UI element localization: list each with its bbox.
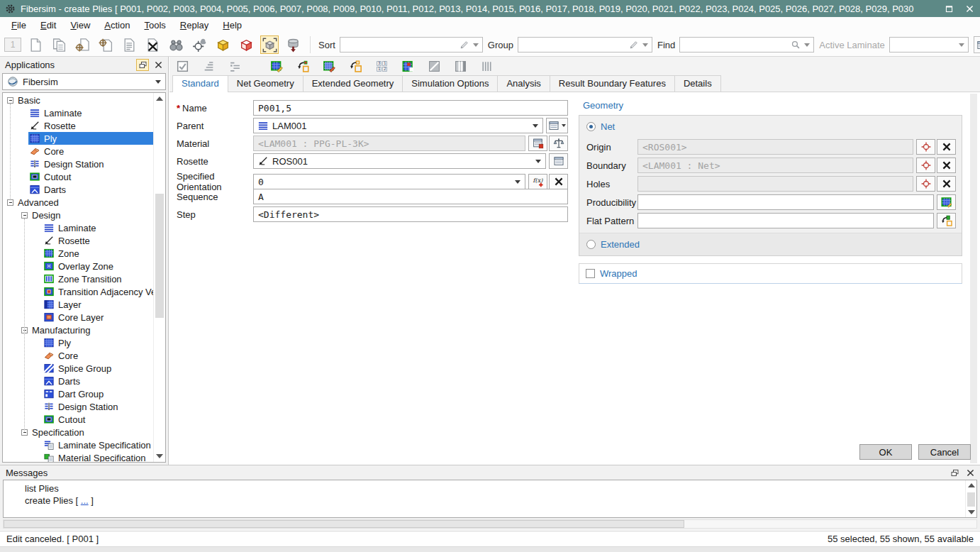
tab-simulation-options[interactable]: Simulation Options [402, 75, 498, 92]
menu-action[interactable]: Action [97, 17, 137, 33]
tab-result-boundary-features[interactable]: Result Boundary Features [550, 75, 675, 92]
menu-help[interactable]: Help [216, 17, 249, 33]
sidebar-item-material-specification[interactable]: Material Specification [3, 451, 153, 463]
sidebar-item-darts[interactable]: Darts [3, 375, 153, 387]
find-combo[interactable] [679, 37, 814, 53]
orient-add-button[interactable] [96, 35, 115, 54]
tree-expander-icon[interactable] [7, 97, 13, 104]
sidebar-item-overlay-zone[interactable]: Overlay Zone [3, 260, 153, 272]
active-laminate-combo[interactable] [889, 37, 969, 53]
maximize-button[interactable] [941, 1, 957, 16]
close-button[interactable] [962, 1, 977, 16]
flat-pattern-edit-button[interactable] [937, 213, 956, 228]
orient-to-part-button[interactable] [73, 35, 91, 54]
name-input[interactable]: P001,5 [253, 100, 568, 116]
tab-standard[interactable]: Standard [172, 75, 228, 92]
ok-button[interactable]: OK [859, 444, 912, 460]
sidebar-item-basic[interactable]: Basic [3, 94, 153, 106]
parent-select-list-button[interactable] [546, 118, 568, 133]
probe-point-button[interactable] [190, 35, 208, 54]
float-panel-button[interactable] [136, 59, 149, 71]
sidebar-item-zone-transition[interactable]: Zone Transition [3, 272, 153, 285]
rosette-combo[interactable]: ROS001 [253, 153, 546, 169]
tree-expander-icon[interactable] [21, 212, 28, 219]
sidebar-item-design[interactable]: Design [3, 209, 153, 221]
surface-diagonal-button[interactable] [427, 59, 441, 73]
edit-net-geometry-button[interactable] [322, 59, 336, 73]
sidebar-item-core[interactable]: Core [3, 145, 153, 158]
holes-pick-button[interactable] [916, 176, 935, 192]
sidebar-item-ply[interactable]: Ply [3, 132, 153, 145]
laminate-table-button[interactable] [974, 36, 980, 53]
sidebar-item-laminate[interactable]: Laminate [3, 106, 153, 119]
orientation-clear-button[interactable] [549, 174, 568, 189]
scroll-up-icon[interactable] [156, 96, 163, 101]
cancel-button[interactable]: Cancel [918, 444, 971, 460]
messages-hscrollbar[interactable] [3, 519, 977, 529]
scroll-thumb[interactable] [155, 194, 164, 318]
holes-clear-button[interactable] [937, 176, 956, 192]
sidebar-item-cutout[interactable]: Cutout [3, 413, 153, 426]
outline-button[interactable] [228, 59, 242, 73]
history-count-button[interactable]: 1 [4, 38, 21, 52]
menu-tools[interactable]: Tools [137, 17, 172, 33]
origin-pick-button[interactable] [916, 139, 935, 155]
export-geometry-button[interactable] [284, 35, 302, 54]
sidebar-item-darts[interactable]: Darts [3, 183, 153, 196]
sidebar-item-core[interactable]: Core [3, 349, 153, 362]
renumber-button[interactable] [374, 59, 389, 73]
close-panel-button[interactable] [152, 59, 165, 71]
sidebar-item-laminate-specification[interactable]: Laminate Specification [3, 438, 153, 451]
wrapped-checkbox[interactable] [586, 269, 595, 278]
sidebar-item-rosette[interactable]: Rosette [3, 234, 153, 247]
content-scrollbar-track[interactable] [970, 94, 977, 463]
orientation-formula-button[interactable] [528, 174, 547, 189]
parent-combo[interactable]: LAM001 [253, 118, 543, 133]
flat-pattern-input[interactable] [637, 213, 934, 228]
sort-order-button[interactable] [201, 59, 216, 73]
scroll-up-icon[interactable] [968, 483, 975, 487]
origin-clear-button[interactable] [937, 139, 956, 155]
scroll-down-icon[interactable] [968, 510, 975, 514]
float-panel-button[interactable] [948, 467, 961, 479]
tree-expander-icon[interactable] [7, 199, 13, 206]
sidebar-item-design-station[interactable]: Design Station [3, 158, 153, 170]
step-input[interactable]: <Different> [253, 206, 568, 222]
ply-flag-button[interactable] [401, 59, 415, 73]
boundary-pick-button[interactable] [916, 158, 935, 173]
extended-radio[interactable] [586, 240, 596, 249]
sidebar-item-ply[interactable]: Ply [3, 336, 153, 349]
extract-ply-button[interactable] [296, 59, 310, 73]
sidebar-item-core-layer[interactable]: Core Layer [3, 311, 153, 324]
menu-replay[interactable]: Replay [173, 17, 216, 33]
extract-net-button[interactable] [348, 59, 362, 73]
menu-file[interactable]: File [4, 17, 33, 33]
sort-combo[interactable] [340, 37, 483, 53]
solid-cube-button[interactable] [213, 35, 232, 54]
new-document-button[interactable] [26, 35, 45, 54]
tree-scrollbar[interactable] [153, 93, 165, 462]
sidebar-item-manufacturing[interactable]: Manufacturing [3, 324, 153, 336]
surface-bars-button[interactable] [453, 59, 467, 73]
producibility-edit-button[interactable] [937, 194, 956, 210]
material-compare-button[interactable] [549, 136, 568, 151]
message-detail-link[interactable]: ... [81, 495, 89, 506]
scroll-down-icon[interactable] [156, 454, 163, 458]
list-report-button[interactable] [120, 35, 138, 54]
producibility-input[interactable] [637, 194, 934, 210]
menu-edit[interactable]: Edit [33, 17, 63, 33]
sidebar-item-specification[interactable]: Specification [3, 426, 153, 438]
group-combo[interactable] [518, 37, 652, 53]
sidebar-item-laminate[interactable]: Laminate [3, 221, 153, 234]
copy-button[interactable] [50, 35, 68, 54]
fiber-lines-button[interactable] [479, 59, 494, 73]
sidebar-item-rosette[interactable]: Rosette [3, 119, 153, 132]
sequence-input[interactable]: A [253, 189, 568, 204]
application-combo[interactable]: Fibersim [2, 73, 166, 90]
select-check-button[interactable] [175, 59, 189, 73]
tab-details[interactable]: Details [674, 75, 721, 92]
sidebar-item-splice-group[interactable]: Splice Group [3, 362, 153, 375]
edit-ply-geometry-button[interactable] [269, 59, 284, 73]
find-binoculars-button[interactable] [167, 35, 185, 54]
tab-analysis[interactable]: Analysis [497, 75, 550, 92]
